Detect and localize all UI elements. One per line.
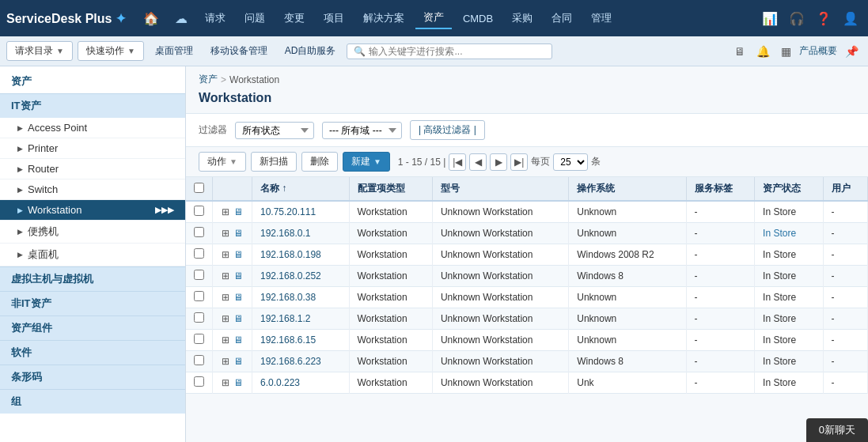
assets-table: 名称 ↑ 配置项类型 型号 操作系统 服务标签: [186, 177, 868, 394]
row-select-checkbox[interactable]: [194, 334, 204, 344]
nav-admin[interactable]: 管理: [583, 8, 620, 28]
col-tag[interactable]: 服务标签: [686, 177, 754, 201]
row-select-checkbox[interactable]: [194, 291, 204, 301]
sidebar-item-workstation[interactable]: ▶ Workstation ▶▶▶: [0, 200, 185, 221]
row-select-checkbox[interactable]: [194, 227, 204, 237]
sidebar-category-components[interactable]: 资产组件: [0, 315, 185, 340]
sidebar-category-software[interactable]: 软件: [0, 340, 185, 365]
breadcrumb-parent[interactable]: 资产: [199, 73, 218, 86]
row-select-checkbox[interactable]: [194, 270, 204, 280]
delete-button[interactable]: 删除: [301, 152, 338, 172]
sidebar-item-router[interactable]: ▶ Router: [0, 159, 185, 179]
headphone-icon[interactable]: 🎧: [786, 8, 808, 29]
col-user[interactable]: 用户: [823, 177, 867, 201]
row-checkbox[interactable]: [186, 351, 213, 372]
row-select-checkbox[interactable]: [194, 355, 204, 365]
first-page-button[interactable]: |◀: [449, 153, 466, 171]
sidebar-item-desktop[interactable]: ▶ 桌面机: [0, 244, 185, 266]
prev-page-button[interactable]: ◀: [469, 153, 487, 171]
search-box[interactable]: 🔍: [347, 43, 552, 59]
nav-purchase[interactable]: 采购: [504, 8, 540, 28]
nav-requests[interactable]: 请求: [197, 8, 233, 28]
sidebar-category-it-assets[interactable]: IT资产: [0, 93, 185, 118]
grid-icon[interactable]: ▦: [778, 43, 794, 59]
row-select-checkbox[interactable]: [194, 206, 204, 216]
scan-button-label: 新扫描: [260, 155, 288, 168]
row-ip[interactable]: 192.168.6.15: [252, 330, 350, 351]
row-checkbox[interactable]: [186, 223, 213, 244]
pin-icon[interactable]: 📌: [842, 43, 862, 59]
row-select-checkbox[interactable]: [194, 248, 204, 259]
row-ip[interactable]: 192.168.0.198: [252, 244, 350, 266]
new-button[interactable]: 新建 ▼: [343, 152, 390, 172]
row-checkbox[interactable]: [186, 244, 213, 266]
row-status: In Store: [755, 372, 823, 394]
row-user: -: [823, 223, 867, 244]
row-ip[interactable]: 6.0.0.223: [252, 372, 350, 394]
bell-icon[interactable]: 🔔: [753, 43, 773, 59]
ad-service-link[interactable]: AD自助服务: [279, 42, 343, 60]
col-os[interactable]: 操作系统: [569, 177, 686, 201]
action-button[interactable]: 动作 ▼: [199, 152, 246, 172]
sidebar-item-switch[interactable]: ▶ Switch: [0, 179, 185, 200]
subnav-right: 🖥 🔔 ▦ 产品概要 📌: [731, 43, 862, 59]
product-overview-label[interactable]: 产品概要: [799, 44, 837, 58]
col-model[interactable]: 型号: [432, 177, 568, 201]
row-ip[interactable]: 192.168.0.252: [252, 266, 350, 287]
expand-icon: ▶: [17, 124, 23, 132]
row-checkbox[interactable]: [186, 308, 213, 330]
nav-changes[interactable]: 变更: [276, 8, 313, 28]
row-status: In Store: [755, 223, 823, 244]
row-ip[interactable]: 192.168.0.38: [252, 287, 350, 308]
select-all-checkbox[interactable]: [194, 183, 204, 193]
sidebar-item-accesspoint[interactable]: ▶ Access Point: [0, 118, 185, 138]
last-page-button[interactable]: ▶|: [510, 153, 528, 171]
sidebar-category-virtual[interactable]: 虚拟主机与虚拟机: [0, 266, 185, 291]
row-checkbox[interactable]: [186, 287, 213, 308]
perpage-select[interactable]: 25: [553, 153, 588, 171]
sidebar-category-label: IT资产: [11, 100, 41, 111]
advanced-filter-button[interactable]: | 高级过滤器 |: [410, 120, 485, 140]
monitor-icon[interactable]: 🖥: [731, 43, 749, 59]
help-icon[interactable]: ❓: [813, 8, 835, 29]
row-select-checkbox[interactable]: [194, 312, 204, 323]
col-status[interactable]: 资产状态: [755, 177, 823, 201]
col-name[interactable]: 名称 ↑: [252, 177, 350, 201]
home-icon[interactable]: 🏠: [137, 8, 165, 29]
row-select-checkbox[interactable]: [194, 376, 204, 387]
sidebar-item-printer[interactable]: ▶ Printer: [0, 138, 185, 159]
row-checkbox[interactable]: [186, 330, 213, 351]
sidebar-category-barcode[interactable]: 条形码: [0, 365, 185, 389]
filter-status-select[interactable]: 所有状态: [235, 122, 314, 139]
col-type[interactable]: 配置项类型: [349, 177, 432, 201]
row-ip[interactable]: 192.168.0.1: [252, 223, 350, 244]
next-page-button[interactable]: ▶: [490, 153, 507, 171]
scan-button[interactable]: 新扫描: [251, 152, 297, 172]
nav-problems[interactable]: 问题: [237, 8, 273, 28]
nav-assets[interactable]: 资产: [415, 7, 452, 29]
chart-icon[interactable]: 📊: [759, 8, 781, 29]
sidebar-item-laptop[interactable]: ▶ 便携机: [0, 221, 185, 244]
search-input[interactable]: [369, 46, 545, 57]
row-ip[interactable]: 10.75.20.111: [252, 201, 350, 223]
desktop-mgmt-link[interactable]: 桌面管理: [149, 42, 199, 60]
row-checkbox[interactable]: [186, 201, 213, 223]
mobile-mgmt-link[interactable]: 移动设备管理: [204, 42, 274, 60]
row-checkbox[interactable]: [186, 266, 213, 287]
row-ip[interactable]: 192.168.6.223: [252, 351, 350, 372]
nav-projects[interactable]: 项目: [316, 8, 352, 28]
quick-action-button[interactable]: 快速动作 ▼: [78, 41, 144, 61]
cloud-icon[interactable]: ☁: [169, 8, 194, 29]
nav-contract[interactable]: 合同: [544, 8, 580, 28]
nav-solutions[interactable]: 解决方案: [355, 8, 412, 28]
col-checkbox[interactable]: [186, 177, 213, 201]
row-checkbox[interactable]: [186, 372, 213, 394]
user-icon[interactable]: 👤: [840, 8, 862, 29]
nav-cmdb[interactable]: CMDB: [455, 9, 501, 28]
sidebar-category-group[interactable]: 组: [0, 389, 185, 414]
request-catalog-button[interactable]: 请求目录 ▼: [6, 41, 73, 61]
sidebar-category-non-it[interactable]: 非IT资产: [0, 291, 185, 315]
chat-bubble[interactable]: 0新聊天: [806, 418, 868, 442]
row-ip[interactable]: 192.168.1.2: [252, 308, 350, 330]
filter-domain-select[interactable]: --- 所有域 ---: [322, 122, 402, 139]
